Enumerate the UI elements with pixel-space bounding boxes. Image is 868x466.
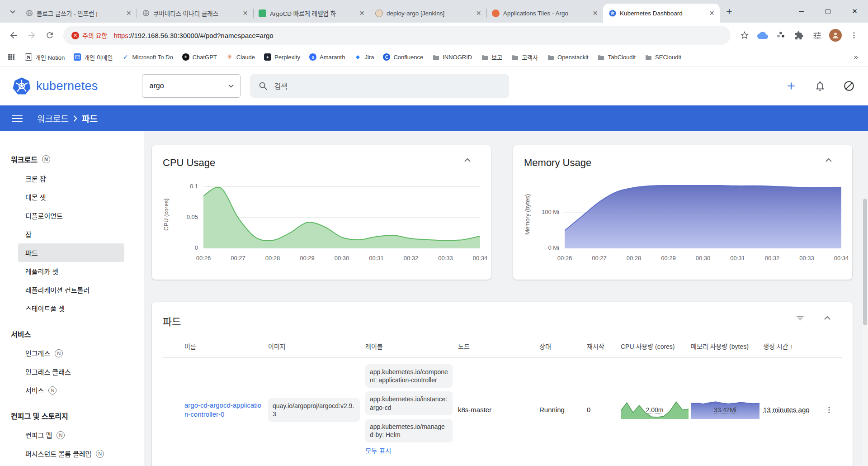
apps-grid-icon[interactable] (5, 51, 17, 63)
browser-tab[interactable]: 블로그 글쓰기 - 인프런 | ✕ (20, 4, 137, 23)
kubernetes-brand[interactable]: kubernetes (13, 77, 98, 95)
namespace-select[interactable]: argo (142, 74, 241, 98)
memory-area-chart (565, 181, 841, 248)
bookmark-folder[interactable]: Openstackit (543, 51, 593, 63)
bookmark-item[interactable]: ✓Microsoft To Do (118, 51, 177, 63)
sidebar-item-cronjobs[interactable]: 크론 잡 (18, 169, 124, 188)
table-header-row: 이름 이미지 레이블 노드 상태 재시작 CPU 사용량 (cores) 메모리… (163, 336, 842, 358)
back-button[interactable] (5, 26, 23, 44)
browser-menu-icon[interactable] (848, 29, 860, 41)
globe-favicon-icon (25, 10, 33, 17)
sidebar-item-deployments[interactable]: 디플로이먼트 (18, 206, 124, 225)
bookmark-label: Jira (364, 54, 374, 61)
breadcrumb-parent[interactable]: 워크로드 (37, 112, 69, 124)
sidebar-item-jobs[interactable]: 잡 (18, 225, 124, 243)
y-axis: 00.050.1 (173, 181, 203, 248)
browser-tab[interactable]: deploy-argo [Jenkins] ✕ (370, 4, 486, 23)
bookmark-label: Openstackit (557, 54, 589, 61)
pod-name-link[interactable]: argo-cd-argocd-application-controller-0 (184, 401, 261, 418)
sidebar-item-configmaps[interactable]: 컨피그 맵N (18, 426, 124, 444)
kubernetes-header: kubernetes argo 검색 (0, 67, 868, 105)
page-scrollbar[interactable] (862, 198, 868, 466)
search-input[interactable]: 검색 (250, 74, 509, 98)
media-controls-icon[interactable] (811, 29, 823, 41)
browser-tab[interactable]: 쿠버네티스 어나더 클래스 ✕ (137, 4, 253, 23)
vpn-extension-icon[interactable] (775, 29, 787, 41)
x-axis-tick: 00:33 (799, 255, 814, 262)
sidebar-item-statefulsets[interactable]: 스테이트풀 셋 (18, 299, 124, 318)
bookmark-label: 보고 (491, 53, 502, 62)
section-title: 워크로드 (11, 154, 38, 165)
tab-title: ArgoCD 빠르게 레벨업 하 (270, 9, 354, 18)
extensions-puzzle-icon[interactable] (793, 29, 805, 41)
row-menu-icon[interactable] (822, 364, 842, 456)
bookmark-item[interactable]: CConfluence (379, 51, 427, 63)
filter-icon[interactable] (796, 314, 805, 323)
header-actions (785, 80, 855, 92)
sidebar-item-pvcs[interactable]: 퍼시스턴트 볼륨 클레임N (18, 444, 124, 463)
todo-check-icon: ✓ (122, 53, 129, 61)
tab-close-icon[interactable]: ✕ (241, 9, 250, 18)
bookmark-item[interactable]: ✦Perplexity (260, 51, 304, 63)
sidebar-section-config-storage[interactable]: 컨피그 및 스토리지 (0, 406, 144, 426)
sidebar-item-replicasets[interactable]: 레플리카 셋 (18, 262, 124, 281)
bookmark-star-icon[interactable] (739, 29, 750, 41)
cloud-sync-icon[interactable] (757, 29, 769, 41)
collapse-chevron-icon[interactable] (464, 158, 471, 162)
bookmark-item[interactable]: N개인 Notion (21, 51, 69, 64)
sidebar-item-services[interactable]: 서비스N (18, 381, 124, 399)
bookmark-folder[interactable]: INNOGRID (428, 51, 476, 63)
bookmark-item[interactable]: ✳ChatGPT (178, 51, 221, 63)
window-minimize-button[interactable] (788, 0, 815, 23)
sidebar-item-ingress-classes[interactable]: 인그레스 클래스 (18, 362, 124, 381)
bookmark-folder[interactable]: SECloudit (641, 51, 685, 63)
x-axis: 00:2600:2700:2800:2900:3000:3100:3200:33… (203, 253, 480, 264)
window-close-button[interactable]: ✕ (841, 0, 868, 23)
bookmark-item[interactable]: Jira (350, 51, 378, 63)
security-warning-chip[interactable]: ✕ 주의 요함 (71, 31, 107, 40)
tab-close-icon[interactable]: ✕ (708, 9, 716, 18)
sidebar-item-pods[interactable]: 파드 (18, 243, 124, 262)
sidebar-item-replication-controllers[interactable]: 레플리케이션 컨트롤러 (18, 281, 124, 299)
browser-tab-active[interactable]: Kubernetes Dashboard ✕ (603, 4, 720, 23)
chart-title: CPU Usage (163, 157, 480, 169)
scrollbar-thumb[interactable] (863, 199, 867, 325)
browser-tab[interactable]: Applications Tiles - Argo ✕ (486, 4, 603, 23)
create-plus-icon[interactable] (785, 80, 797, 92)
bookmark-label: 개인 이메일 (84, 53, 113, 62)
bookmark-item[interactable]: aAmaranth (305, 51, 349, 63)
tab-search-icon[interactable] (6, 5, 19, 18)
bookmark-folder[interactable]: TabCloudit (594, 51, 640, 63)
collapse-chevron-icon[interactable] (824, 316, 831, 320)
window-maximize-button[interactable] (815, 0, 841, 23)
show-all-labels-link[interactable]: 모두 표시 (365, 447, 391, 456)
bookmark-item[interactable]: ✳Claude (222, 51, 259, 63)
refresh-button[interactable] (41, 26, 59, 44)
address-bar[interactable]: ✕ 주의 요함 https://192.168.56.30:30000/#/po… (63, 26, 731, 45)
y-axis-label: Memory (bytes) (524, 181, 534, 248)
column-created-sort[interactable]: 생성 시간↑ (763, 342, 822, 351)
bookmark-item[interactable]: 개인 이메일 (70, 51, 117, 64)
notifications-bell-icon[interactable] (814, 80, 826, 92)
hamburger-menu-icon[interactable] (12, 115, 23, 122)
tab-close-icon[interactable]: ✕ (124, 9, 133, 18)
column-cpu: CPU 사용량 (cores) (621, 342, 691, 351)
sidebar-section-workloads[interactable]: 워크로드 N (0, 149, 144, 169)
sidebar-item-daemonsets[interactable]: 데몬 셋 (18, 188, 124, 206)
tab-close-icon[interactable]: ✕ (474, 9, 483, 18)
chatgpt-icon: ✳ (182, 53, 189, 61)
jenkins-favicon-icon (375, 10, 383, 17)
browser-tab[interactable]: ArgoCD 빠르게 레벨업 하 ✕ (253, 4, 370, 23)
new-tab-button[interactable]: + (722, 5, 736, 19)
profile-avatar[interactable] (829, 29, 842, 42)
bookmarks-overflow-icon[interactable]: » (849, 52, 863, 62)
forward-button[interactable] (23, 26, 41, 44)
collapse-chevron-icon[interactable] (825, 158, 832, 162)
tab-close-icon[interactable]: ✕ (591, 9, 599, 18)
bookmark-folder[interactable]: 고객사 (507, 51, 542, 64)
bookmark-folder[interactable]: 보고 (477, 51, 506, 64)
sidebar-section-service[interactable]: 서비스 (0, 324, 144, 344)
sidebar-item-ingresses[interactable]: 인그레스N (18, 344, 124, 362)
account-icon[interactable] (843, 80, 855, 92)
tab-close-icon[interactable]: ✕ (358, 9, 366, 18)
